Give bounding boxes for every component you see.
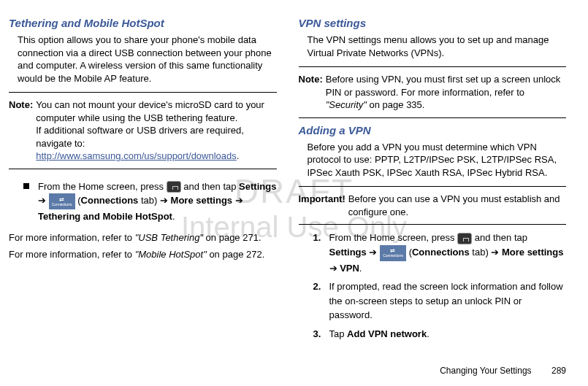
- arrow: ➔: [329, 263, 340, 274]
- s3-post: .: [427, 328, 429, 339]
- arrow: ➔: [367, 247, 380, 258]
- tether-hotspot-label: Tethering and Mobile HotSpot: [38, 211, 172, 222]
- page-columns: Tethering and Mobile HotSpot This option…: [9, 17, 566, 345]
- home-button-icon: [167, 181, 181, 193]
- bullet-text: From the Home screen, press and then tap…: [38, 180, 277, 224]
- ref1-post: on page 271.: [203, 232, 261, 243]
- vpn-label: VPN: [340, 263, 359, 274]
- heading-adding-vpn: Adding a VPN: [299, 124, 567, 136]
- right-column: VPN settings The VPN settings menu allow…: [299, 17, 567, 345]
- divider: [299, 224, 567, 225]
- bullet-mid1: and then tap: [181, 181, 240, 192]
- paren-close: tab): [470, 247, 492, 258]
- note-block-tethering: Note: You can not mount your device's mi…: [9, 99, 277, 163]
- note-line2: If additional software or USB drivers ar…: [36, 125, 244, 149]
- step-1: 1. From the Home screen, press and then …: [313, 231, 567, 275]
- important-text: Before you can use a VPN you must establ…: [348, 193, 566, 218]
- download-link[interactable]: http://www.samsung.com/us/support/downlo…: [36, 150, 237, 161]
- bullet-marker-icon: [23, 183, 29, 189]
- add-vpn-network-label: Add VPN network: [347, 328, 427, 339]
- more-settings-label: More settings: [502, 247, 564, 258]
- connections-tab-label: Connections: [81, 196, 139, 206]
- step-number: 3.: [313, 327, 329, 341]
- step-2-text: If prompted, read the screen lock inform…: [329, 279, 567, 323]
- arrow3: ➔: [232, 196, 243, 206]
- conn-icon-label: Connections: [383, 254, 403, 258]
- paren-close: tab): [138, 196, 160, 206]
- arrow: ➔: [491, 247, 502, 258]
- left-column: Tethering and Mobile HotSpot This option…: [9, 17, 277, 345]
- period: .: [359, 263, 362, 274]
- divider: [9, 92, 277, 93]
- important-label: Important!: [299, 193, 345, 218]
- divider: [299, 117, 567, 118]
- ref1-title: "USB Tethering": [135, 232, 203, 243]
- step-number: 2.: [313, 279, 329, 323]
- ref-usb-tethering: For more information, refer to "USB Teth…: [9, 231, 277, 244]
- connections-tab-icon: ⇄Connections: [49, 193, 75, 209]
- step-3: 3. Tap Add VPN network.: [313, 327, 567, 341]
- bullet-instruction: From the Home screen, press and then tap…: [23, 180, 277, 224]
- divider: [299, 186, 567, 187]
- note-label: Note:: [299, 73, 323, 112]
- vpn-settings-intro: The VPN settings menu allows you to set …: [308, 34, 567, 59]
- connections-tab-label: Connections: [412, 247, 470, 258]
- ref-mobile-hotspot: For more information, refer to "Mobile H…: [9, 248, 277, 261]
- period: .: [172, 211, 175, 222]
- paren-open: (: [75, 196, 81, 206]
- settings-label: Settings: [329, 247, 367, 258]
- tethering-intro: This option allows you to share your pho…: [18, 34, 277, 85]
- ref2-pre: For more information, refer to: [9, 249, 135, 260]
- step-3-text: Tap Add VPN network.: [329, 327, 567, 341]
- page-footer: Changing Your Settings 289: [440, 366, 566, 376]
- note-period: .: [237, 150, 240, 161]
- s1-mid: and then tap: [472, 232, 527, 243]
- connections-tab-icon: ⇄Connections: [380, 245, 406, 261]
- note-pre: Before using VPN, you must first set up …: [326, 74, 561, 98]
- arrow2: ➔: [160, 196, 171, 206]
- step-1-text: From the Home screen, press and then tap…: [329, 231, 567, 275]
- heading-vpn-settings: VPN settings: [299, 17, 567, 29]
- bullet-pre: From the Home screen, press: [38, 181, 167, 192]
- heading-tethering: Tethering and Mobile HotSpot: [9, 17, 277, 29]
- s1-pre: From the Home screen, press: [329, 232, 458, 243]
- divider: [299, 66, 567, 67]
- note-post: on page 335.: [367, 99, 425, 110]
- ref2-post: on page 272.: [207, 249, 265, 260]
- paren-open: (: [406, 247, 412, 258]
- note-line1: You can not mount your device's microSD …: [36, 99, 264, 123]
- note-text: You can not mount your device's microSD …: [36, 99, 276, 163]
- step-number: 1.: [313, 231, 329, 275]
- s3-pre: Tap: [329, 328, 348, 339]
- ref1-pre: For more information, refer to: [9, 232, 135, 243]
- footer-section-title: Changing Your Settings: [440, 366, 531, 376]
- note-label: Note:: [9, 99, 33, 163]
- note-ref-security: "Security": [326, 99, 367, 110]
- arrow1: ➔: [38, 196, 49, 206]
- important-block: Important! Before you can use a VPN you …: [299, 193, 567, 218]
- more-settings-label: More settings: [171, 196, 233, 206]
- step-2: 2. If prompted, read the screen lock inf…: [313, 279, 567, 323]
- adding-vpn-intro: Before you add a VPN you must determine …: [308, 141, 567, 180]
- page-number: 289: [551, 366, 566, 376]
- divider: [9, 169, 277, 169]
- settings-label: Settings: [239, 181, 276, 192]
- conn-icon-label: Connections: [52, 203, 72, 206]
- note-text: Before using VPN, you must first set up …: [326, 73, 566, 112]
- note-block-vpn: Note: Before using VPN, you must first s…: [299, 73, 567, 112]
- ref2-title: "Mobile HotSpot": [135, 249, 207, 260]
- home-button-icon: [457, 233, 472, 244]
